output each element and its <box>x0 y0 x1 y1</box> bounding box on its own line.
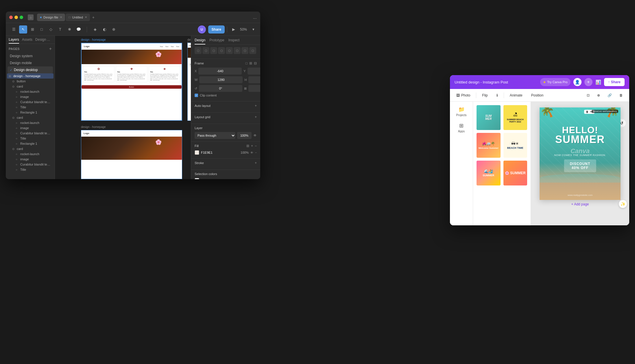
frame-3[interactable]: Logo 🌸 <box>81 130 182 179</box>
canva-user-avatar[interactable]: 👤 <box>573 78 582 86</box>
close-tab-2[interactable]: ✕ <box>85 16 87 19</box>
style-tool-1[interactable]: ◈ <box>91 25 99 34</box>
fill-visibility-icon[interactable]: 👁 <box>250 151 253 154</box>
layer-curabitur-3[interactable]: ○ Curabitur blandit tempus ... <box>7 162 53 167</box>
add-auto-layout-btn[interactable]: + <box>255 104 257 108</box>
canva-photo-tool[interactable]: 🖼 Photo <box>453 91 473 100</box>
frame-1[interactable]: Logo Nav Nav Nav Nav 🌸 ✿ Title Curab <box>81 43 182 121</box>
canva-sidebar-apps[interactable]: ⊞ Apps <box>452 121 471 135</box>
share-button[interactable]: Share <box>208 25 225 34</box>
template-thumb-3[interactable]: 🌺🚐🌴 Welcome Summer <box>476 132 501 158</box>
window-menu-button[interactable]: ... <box>253 15 257 20</box>
trash-icon[interactable]: 🗑 <box>586 110 588 113</box>
layer-opacity-input[interactable] <box>237 132 252 139</box>
frame-icon-2[interactable]: ⊞ <box>249 61 252 65</box>
template-thumb-5[interactable]: 🌊🏄 SUMMER <box>476 160 501 186</box>
canva-magic-resize-btn[interactable]: ✨ <box>619 200 627 208</box>
canva-share-button[interactable]: ↑ Share <box>604 78 625 86</box>
present-button[interactable]: ▶ <box>230 25 238 34</box>
canva-crop-tool[interactable]: ⊡ <box>584 91 592 100</box>
tab-design[interactable]: Design <box>195 38 205 44</box>
tab-prototype[interactable]: Prototype <box>209 38 224 44</box>
layer-title-1[interactable]: ○ Title <box>7 105 53 110</box>
canva-invite-button[interactable]: + <box>584 78 592 86</box>
layer-rocket-launch-1[interactable]: ○ rocket-launch <box>7 89 53 94</box>
frame-icon-3[interactable]: ⊟ <box>254 61 257 65</box>
component-tool[interactable]: ❋ <box>65 25 73 34</box>
tab-layers[interactable]: Layers <box>9 38 19 44</box>
add-page-button[interactable]: + <box>49 46 52 51</box>
template-thumb-2[interactable]: 🏖 SUMMER BEACH PARTY 2022 <box>503 105 528 131</box>
page-item-design-desktop[interactable]: ✓ Design desktop <box>8 66 53 73</box>
canva-design-canvas[interactable]: 🌴 🌴 🗑 ••• REMOVE WATERMARKS HELLO! SUMME… <box>540 107 621 200</box>
r-input[interactable] <box>199 85 242 92</box>
frame-2[interactable]: Logo ✿ Title Curabitur blandit tempus... <box>187 43 191 121</box>
add-fill-btn[interactable]: + <box>251 144 253 148</box>
page-item-design-system[interactable]: Design system <box>8 53 53 60</box>
layer-curabitur-1[interactable]: ○ Curabitur blandit tempus ... <box>7 99 53 105</box>
r2-input[interactable] <box>248 85 260 92</box>
canva-info-tool[interactable]: ℹ <box>494 91 501 100</box>
layer-rectangle-1[interactable]: ○ Rectangle 1 <box>7 110 53 115</box>
layer-card-3[interactable]: ⊙ card <box>7 146 53 151</box>
text-tool[interactable]: T <box>56 25 64 34</box>
canva-add-page-btn[interactable]: + Add page <box>569 200 591 209</box>
close-button[interactable] <box>9 16 13 19</box>
rect-tool[interactable]: □ <box>38 25 46 34</box>
sel-color-swatch-1[interactable] <box>195 178 199 179</box>
canva-sidebar-projects[interactable]: 📁 Projects <box>452 105 471 118</box>
eye-icon[interactable]: 👁 <box>253 133 257 138</box>
tab-assets[interactable]: Assets <box>22 38 32 44</box>
layer-rocket-launch-3[interactable]: ○ rocket-launch <box>7 151 53 157</box>
template-thumb-6[interactable]: 🌸 SUMMER <box>503 160 528 186</box>
fill-color-swatch[interactable] <box>195 150 199 155</box>
select-tool[interactable]: ↖ <box>19 25 27 34</box>
style-tool-3[interactable]: ⊕ <box>110 25 118 34</box>
h-input[interactable] <box>248 76 260 83</box>
figma-canvas[interactable]: design - homepage Logo Nav Nav Nav Nav 🌸 <box>55 36 191 179</box>
home-icon[interactable]: ⌂ <box>28 14 34 20</box>
add-tab-button[interactable]: + <box>91 14 96 20</box>
layer-image-1[interactable]: ○ image <box>7 94 53 99</box>
add-stroke-btn[interactable]: + <box>255 161 257 165</box>
comment-tool[interactable]: 💬 <box>75 25 83 34</box>
align-top-btn[interactable]: ⬡ <box>218 47 225 54</box>
layer-rocket-launch-2[interactable]: ○ rocket-launch <box>7 120 53 125</box>
tab-inspect[interactable]: Inspect <box>228 38 240 44</box>
canva-copy-style-tool[interactable]: ⊕ <box>594 91 603 100</box>
layer-button[interactable]: ⊙ button <box>7 79 53 84</box>
canva-trash-tool[interactable]: 🗑 <box>616 91 626 100</box>
template-thumb-1[interactable]: SUM MER <box>476 105 501 131</box>
canva-pro-button[interactable]: ★ Try Canva Pro <box>540 78 571 86</box>
canva-canvas[interactable]: ↺ 🌴 🌴 🗑 ••• REMOVE WATERMARKS <box>531 102 629 225</box>
canva-position-tool[interactable]: Position <box>528 91 547 100</box>
distribute-h-btn[interactable]: ⬡ <box>241 47 248 54</box>
remove-watermark-btn[interactable]: REMOVE WATERMARKS <box>592 110 618 113</box>
layer-mode-select[interactable]: Pass through <box>195 132 235 139</box>
template-thumb-4[interactable]: 🕶☀ BEACH TIME <box>503 132 528 158</box>
layer-curabitur-2[interactable]: ○ Curabitur blandit tempus ... <box>7 131 53 136</box>
figma-tab-untitled[interactable]: □ Untitled ✕ <box>66 14 90 21</box>
minimize-button[interactable] <box>14 16 18 19</box>
layer-design-homepage[interactable]: ⊞ design - homepage <box>7 73 53 79</box>
y-input[interactable] <box>248 68 260 75</box>
layer-rectangle-2[interactable]: ○ Rectangle 1 <box>7 141 53 146</box>
add-layout-grid-btn[interactable]: + <box>255 115 257 119</box>
align-bottom-btn[interactable]: ⬡ <box>234 47 241 54</box>
layer-title-3[interactable]: ○ Title <box>7 167 53 172</box>
figma-tab-design-file[interactable]: ■ Design file ✕ <box>37 14 65 21</box>
layer-card-1[interactable]: ⊙ card <box>7 84 53 89</box>
canva-link-tool[interactable]: 🔗 <box>605 91 615 100</box>
align-left-btn[interactable]: ⬡ <box>195 47 202 54</box>
x-input[interactable] <box>198 68 242 75</box>
w-input[interactable] <box>199 76 243 83</box>
canva-animate-tool[interactable]: Animate <box>507 91 525 100</box>
frame-icon-1[interactable]: □ <box>245 61 248 65</box>
clip-content-checkbox[interactable]: ✓ <box>195 94 198 97</box>
tab-design-system[interactable]: Design ... <box>35 38 50 44</box>
layer-image-2[interactable]: ○ image <box>7 125 53 131</box>
distribute-v-btn[interactable]: ⬡ <box>249 47 256 54</box>
fill-more-btn[interactable]: − <box>255 144 257 148</box>
maximize-button[interactable] <box>20 16 23 19</box>
frame-tool[interactable]: ⊞ <box>28 25 36 34</box>
